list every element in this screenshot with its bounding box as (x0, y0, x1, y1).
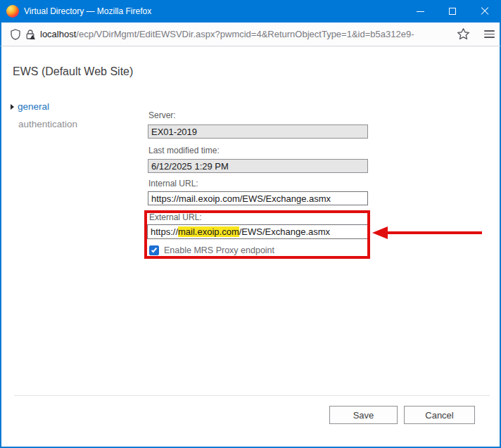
save-button[interactable]: Save (329, 406, 398, 424)
minimize-icon (417, 11, 424, 12)
mrs-proxy-checkbox[interactable] (149, 245, 159, 255)
address-bar[interactable]: localhost/ecp/VDirMgmt/EditEWSVDir.aspx?… (40, 23, 414, 46)
nav-item-general[interactable]: general (11, 101, 49, 112)
firefox-window: Virtual Directory — Mozilla Firefox loca… (0, 0, 501, 448)
browser-toolbar: localhost/ecp/VDirMgmt/EditEWSVDir.aspx?… (0, 23, 501, 46)
maximize-button[interactable] (436, 0, 469, 23)
title-bar: Virtual Directory — Mozilla Firefox (0, 0, 501, 23)
shield-icon[interactable] (8, 23, 23, 46)
internal-url-input[interactable] (148, 191, 368, 205)
lock-icon[interactable] (23, 23, 37, 46)
server-label: Server: (148, 110, 176, 120)
annotation-arrow-icon (387, 231, 482, 234)
warning-triangle-icon (30, 34, 35, 39)
external-url-label: External URL: (149, 212, 202, 222)
url-host: localhost (40, 29, 76, 39)
nav-general-label: general (18, 101, 49, 112)
external-url-prefix: https:// (151, 226, 178, 237)
cancel-button[interactable]: Cancel (404, 406, 475, 424)
server-field (148, 124, 368, 139)
checkmark-icon (151, 247, 157, 253)
footer-divider (14, 395, 490, 396)
nav-item-authentication[interactable]: authentication (18, 119, 77, 129)
external-url-suffix: /EWS/Exchange.asmx (239, 226, 330, 237)
nav-authentication-label: authentication (18, 119, 77, 129)
menu-icon[interactable] (480, 23, 498, 46)
minimize-button[interactable] (404, 0, 436, 23)
maximize-icon (449, 8, 456, 15)
nav-arrow-icon (11, 104, 14, 110)
close-button[interactable] (469, 0, 501, 23)
external-url-highlight: mail.exoip.com (178, 226, 239, 237)
internal-url-label: Internal URL: (148, 179, 198, 188)
close-icon (481, 7, 489, 15)
last-modified-field (148, 159, 368, 173)
page-title: EWS (Default Web Site) (13, 65, 133, 78)
firefox-icon (6, 5, 19, 18)
url-path: /ecp/VDirMgmt/EditEWSVDir.aspx?pwmcid=4&… (76, 29, 414, 39)
last-modified-label: Last modified time: (148, 146, 220, 155)
window-title: Virtual Directory — Mozilla Firefox (24, 0, 151, 23)
external-url-input[interactable]: https://mail.exoip.com/EWS/Exchange.asmx (147, 224, 369, 239)
mrs-proxy-label: Enable MRS Proxy endpoint (164, 245, 274, 256)
page-content: EWS (Default Web Site) general authentic… (0, 46, 501, 448)
bookmark-star-icon[interactable] (455, 23, 471, 46)
annotation-arrowhead-icon (372, 226, 388, 239)
